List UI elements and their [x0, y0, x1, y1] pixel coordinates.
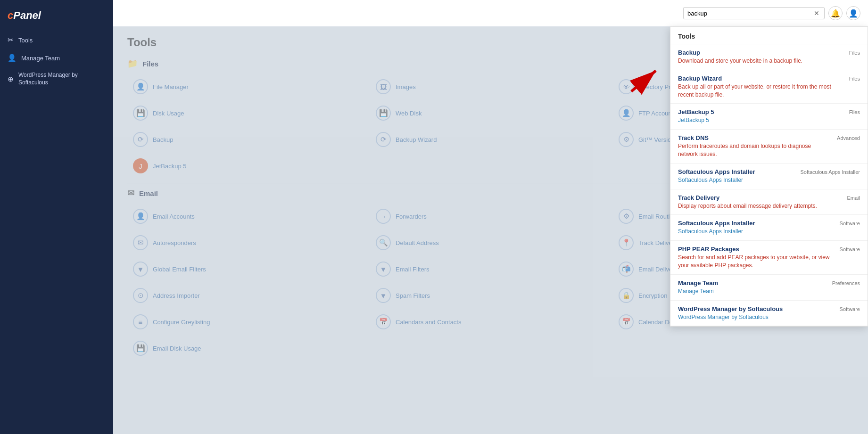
dropdown-item-backup-wizard-title: Backup Wizard: [678, 75, 844, 82]
dropdown-item-jetbackup5[interactable]: JetBackup 5 JetBackup 5 Files: [670, 104, 868, 130]
dropdown-item-softaculous-1-tag: Softaculous Apps Installer: [800, 168, 860, 175]
dropdown-item-track-delivery-tag: Email: [847, 194, 860, 201]
dropdown-item-softaculous-2[interactable]: Softaculous Apps Installer Softaculous A…: [670, 215, 868, 241]
dropdown-item-track-dns-desc: Perform traceroutes and domain lookups t…: [678, 142, 832, 158]
dropdown-item-softaculous-1-desc: Softaculous Apps Installer: [678, 176, 795, 184]
dropdown-item-track-dns-tag: Advanced: [837, 134, 860, 141]
dropdown-item-track-delivery-title: Track Delivery: [678, 194, 842, 201]
dropdown-item-jetbackup5-title: JetBackup 5: [678, 108, 844, 115]
cpanel-logo: cPanel: [0, 5, 113, 31]
dropdown-item-softaculous-2-desc: Softaculous Apps Installer: [678, 228, 835, 236]
dropdown-item-php-pear-title: PHP PEAR Packages: [678, 246, 835, 253]
dropdown-item-backup-title: Backup: [678, 49, 844, 56]
dropdown-item-backup-wizard-desc: Back up all or part of your website, or …: [678, 83, 844, 99]
dropdown-section-title: Tools: [670, 27, 868, 44]
dropdown-item-softaculous-1[interactable]: Softaculous Apps Installer Softaculous A…: [670, 164, 868, 189]
notifications-icon[interactable]: 🔔: [828, 6, 843, 20]
dropdown-item-wordpress-manager[interactable]: WordPress Manager by Softaculous WordPre…: [670, 301, 868, 327]
sidebar: cPanel ✂ Tools 👤 Manage Team ⊕ WordPress…: [0, 0, 113, 434]
search-box: ✕: [683, 7, 825, 19]
dropdown-item-manage-team-desc: Manage Team: [678, 287, 827, 295]
search-clear-button[interactable]: ✕: [813, 9, 820, 17]
dropdown-item-track-dns-title: Track DNS: [678, 134, 832, 141]
dropdown-item-php-pear-desc: Search for and add PEAR packages to your…: [678, 254, 835, 270]
dropdown-item-backup[interactable]: Backup Download and store your website i…: [670, 44, 868, 70]
dropdown-item-track-dns[interactable]: Track DNS Perform traceroutes and domain…: [670, 130, 868, 164]
dropdown-item-jetbackup5-desc: JetBackup 5: [678, 116, 844, 124]
dropdown-item-backup-wizard[interactable]: Backup Wizard Back up all or part of you…: [670, 70, 868, 104]
dropdown-item-php-pear[interactable]: PHP PEAR Packages Search for and add PEA…: [670, 241, 868, 275]
dropdown-item-softaculous-2-title: Softaculous Apps Installer: [678, 220, 835, 227]
sidebar-item-manage-team[interactable]: 👤 Manage Team: [0, 49, 113, 67]
header-bar: ✕ 🔔 👤: [113, 0, 868, 26]
search-dropdown: Tools Backup Download and store your web…: [670, 26, 868, 327]
dropdown-item-softaculous-1-title: Softaculous Apps Installer: [678, 168, 795, 175]
dropdown-item-manage-team-title: Manage Team: [678, 279, 827, 287]
dropdown-item-softaculous-2-tag: Software: [840, 220, 860, 226]
dropdown-item-php-pear-tag: Software: [840, 246, 860, 252]
sidebar-item-tools[interactable]: ✂ Tools: [0, 31, 113, 49]
dropdown-item-backup-wizard-tag: Files: [849, 75, 860, 82]
dropdown-item-manage-team-tag: Preferences: [832, 279, 860, 286]
dropdown-item-manage-team[interactable]: Manage Team Manage Team Preferences: [670, 275, 868, 301]
tools-icon: ✂: [8, 36, 14, 44]
dropdown-item-backup-tag: Files: [849, 49, 860, 56]
dropdown-item-wordpress-manager-title: WordPress Manager by Softaculous: [678, 305, 835, 312]
dropdown-item-jetbackup5-tag: Files: [849, 108, 860, 115]
dropdown-item-backup-desc: Download and store your website in a bac…: [678, 57, 844, 65]
user-icon[interactable]: 👤: [846, 6, 860, 20]
dropdown-item-track-delivery-desc: Display reports about email message deli…: [678, 202, 842, 210]
dropdown-item-track-delivery[interactable]: Track Delivery Display reports about ema…: [670, 189, 868, 215]
wordpress-icon: ⊕: [8, 75, 14, 83]
dropdown-item-wordpress-manager-tag: Software: [840, 305, 860, 312]
dropdown-item-wordpress-manager-desc: WordPress Manager by Softaculous: [678, 313, 835, 321]
search-input[interactable]: [687, 10, 813, 17]
manage-team-icon: 👤: [8, 54, 17, 62]
sidebar-item-wordpress[interactable]: ⊕ WordPress Manager by Softaculous: [0, 67, 113, 91]
